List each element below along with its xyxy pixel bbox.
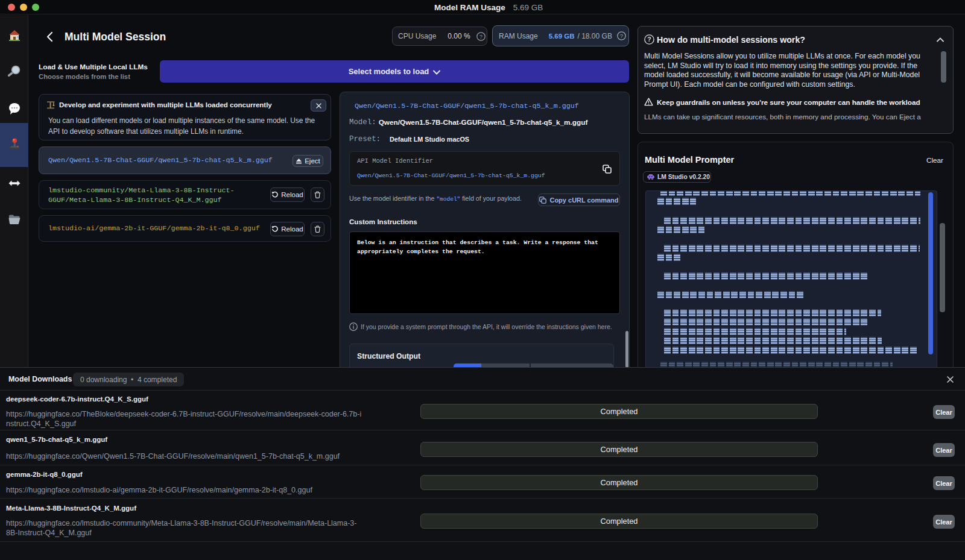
svg-text:?: ? (479, 33, 482, 39)
svg-text:?: ? (620, 33, 623, 39)
svg-text:?: ? (647, 36, 651, 43)
